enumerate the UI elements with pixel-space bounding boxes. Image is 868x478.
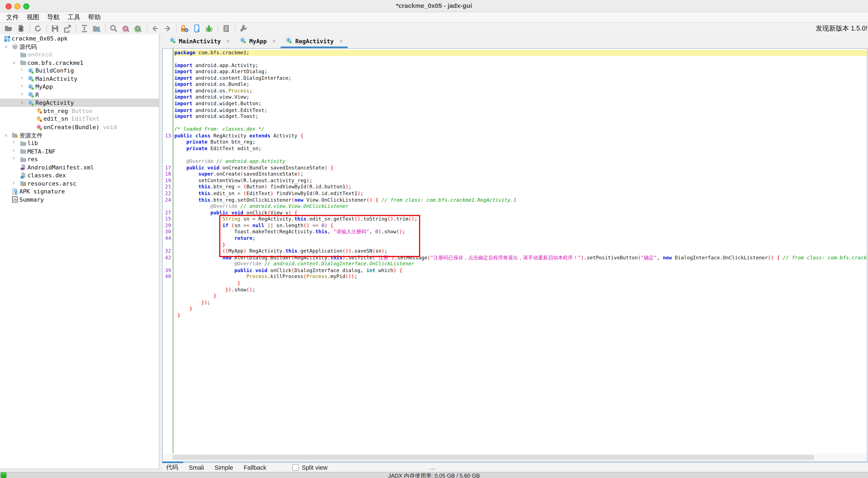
code-line-9[interactable]: import android.widget.Button; [163, 101, 867, 107]
tree-item-com.bfs.crackme1[interactable]: ∨com.bfs.crackme1 [0, 59, 159, 67]
code-line-5[interactable]: import android.content.DialogInterface; [163, 75, 867, 82]
tree-item-btn_reg[interactable]: fbtn_reg Button [0, 107, 159, 115]
code-line-42[interactable]: } [163, 312, 867, 319]
code-line-16[interactable]: private EditText edit_sn; [163, 146, 867, 152]
splitter-grip-icon[interactable] [430, 469, 431, 470]
code-line-13[interactable]: /* loaded from: classes.dex */ [163, 126, 867, 133]
code-line-4[interactable]: import android.app.AlertDialog; [163, 69, 867, 75]
code-line-8[interactable]: import android.view.View; [163, 94, 867, 101]
sync-with-editor-icon[interactable] [92, 24, 101, 33]
code-line-34[interactable]: @Override // android.content.DialogInter… [163, 261, 867, 267]
chevron-down-icon[interactable]: ∨ [12, 59, 16, 67]
menu-item-2[interactable]: 导航 [45, 13, 61, 21]
code-line-1[interactable]: package com.bfs.crackme1; [163, 50, 867, 56]
tree-item-MyApp[interactable]: ›cMyApp [0, 83, 159, 91]
minimize-window-icon[interactable] [14, 3, 21, 9]
back-icon[interactable] [151, 24, 160, 33]
close-icon[interactable]: × [339, 38, 343, 44]
menu-item-3[interactable]: 工具 [66, 13, 82, 21]
split-view-checkbox[interactable] [292, 464, 299, 471]
chevron-right-icon[interactable]: › [21, 90, 23, 98]
code-line-18[interactable]: @Override // android.app.Activity [163, 159, 867, 165]
reload-icon[interactable] [33, 24, 42, 33]
zoom-window-icon[interactable] [23, 3, 29, 9]
search-class-icon[interactable] [133, 24, 143, 33]
code-line-23[interactable]: 22 this.edit_sn = (EditText) findViewByI… [163, 191, 867, 197]
code-line-35[interactable]: 39 public void onClick(DialogInterface d… [163, 267, 867, 274]
code-line-21[interactable]: 19 setContentView(R.layout.activity_reg)… [163, 178, 867, 184]
code-line-38[interactable]: }).show(); [163, 287, 867, 293]
device-icon[interactable] [192, 24, 201, 33]
code-line-19[interactable]: 17 public void onCreate(Bundle savedInst… [163, 165, 867, 171]
chevron-right-icon[interactable]: › [12, 147, 15, 155]
code-line-15[interactable]: private Button btn_reg; [163, 139, 867, 146]
chevron-right-icon[interactable]: › [21, 74, 23, 82]
tree-item-RegActivity[interactable]: ∨cRegActivity [0, 99, 159, 107]
chevron-down-icon[interactable]: ∨ [4, 43, 8, 51]
save-all-icon[interactable] [51, 24, 59, 33]
tree-item-edit_sn[interactable]: fedit_sn EditText [0, 115, 159, 123]
code-editor[interactable]: package com.bfs.crackme1;import android.… [162, 48, 867, 462]
code-line-40[interactable]: }); [163, 300, 867, 306]
tree-item-resources.arsc[interactable]: ›resources.arsc [0, 179, 159, 187]
code-line-39[interactable]: } [163, 293, 867, 299]
code-line-3[interactable]: import android.app.Activity; [163, 62, 867, 69]
tree-item-AndroidManifest.xml[interactable]: MFAndroidManifest.xml [0, 163, 159, 171]
horizontal-scrollbar-thumb[interactable] [172, 455, 814, 460]
chevron-down-icon[interactable]: ∨ [4, 132, 8, 140]
tab-RegActivity[interactable]: cRegActivity× [281, 34, 348, 48]
code-line-12[interactable] [163, 120, 867, 126]
code-line-2[interactable] [163, 56, 867, 62]
tree-item-META-INF[interactable]: ›META-INF [0, 147, 159, 155]
preferences-icon[interactable] [239, 24, 248, 33]
tree-item-资源文件[interactable]: ∨资源文件 [0, 131, 159, 139]
tree-item-crackme_0x05.apk[interactable]: crackme_0x05.apk [0, 34, 159, 42]
code-line-11[interactable]: import android.widget.Toast; [163, 114, 867, 120]
code-line-14[interactable]: 13public class RegActivity extends Activ… [163, 133, 867, 139]
tree-item-onCreateBundle[interactable]: monCreate(Bundle) void [0, 123, 159, 131]
bottom-tab-Fallback[interactable]: Fallback [244, 464, 267, 471]
tab-MyApp[interactable]: cMyApp× [235, 34, 281, 48]
tree-item-classes.dex[interactable]: Jclasses.dex [0, 171, 159, 179]
tab-MainActivity[interactable]: cMainActivity× [164, 34, 235, 48]
flatten-packages-icon[interactable] [80, 24, 89, 33]
tree-item-BuildConfig[interactable]: ›cBuildConfig [0, 67, 159, 74]
tree-item-lib[interactable]: ›lib [0, 139, 159, 147]
menu-item-1[interactable]: 视图 [25, 13, 41, 21]
chevron-right-icon[interactable]: › [21, 82, 23, 90]
chevron-right-icon[interactable]: › [12, 155, 15, 163]
tree-item-Summary[interactable]: Summary [0, 196, 159, 204]
code-line-20[interactable]: 18 super.onCreate(savedInstanceState); [163, 171, 867, 178]
search-icon[interactable] [109, 24, 118, 33]
code-line-7[interactable]: import android.os.Process; [163, 88, 867, 94]
log-viewer-icon[interactable] [221, 24, 230, 33]
close-icon[interactable]: × [272, 38, 276, 44]
debug-icon[interactable] [204, 24, 213, 33]
close-icon[interactable]: × [226, 38, 230, 44]
bottom-tab-Simple[interactable]: Simple [214, 464, 233, 471]
code-line-37[interactable]: } [163, 280, 867, 287]
code-line-25[interactable]: @Override // android.view.View.OnClickLi… [163, 203, 867, 210]
chevron-right-icon[interactable]: › [12, 179, 15, 187]
horizontal-scrollbar[interactable] [163, 453, 867, 461]
code-area[interactable]: package com.bfs.crackme1;import android.… [163, 49, 867, 454]
chevron-right-icon[interactable]: › [21, 66, 23, 74]
tree-item-MainActivity[interactable]: ›cMainActivity [0, 74, 159, 83]
tree-item-R[interactable]: ›cR [0, 91, 159, 99]
chevron-down-icon[interactable]: ∨ [21, 99, 24, 108]
code-line-24[interactable]: 24 this.btn_reg.setOnClickListener(new V… [163, 197, 867, 203]
update-notice-link[interactable]: 发现新版本 1.5.0! [816, 23, 868, 34]
open-file-icon[interactable] [4, 24, 13, 33]
tree-item-APKsignature[interactable]: APK signature [0, 187, 159, 196]
bottom-tab-Smali[interactable]: Smali [189, 464, 204, 471]
code-line-41[interactable]: } [163, 306, 867, 312]
close-window-icon[interactable] [5, 3, 12, 9]
code-line-17[interactable] [163, 152, 867, 158]
tree-item-源代码[interactable]: ∨源代码 [0, 42, 159, 51]
forward-icon[interactable] [163, 24, 172, 33]
add-files-icon[interactable] [16, 24, 25, 33]
code-line-10[interactable]: import android.widget.EditText; [163, 107, 867, 114]
code-line-36[interactable]: 40 Process.killProcess(Process.myPid()); [163, 274, 867, 280]
code-line-22[interactable]: 21 this.btn_reg = (Button) findViewById(… [163, 184, 867, 191]
tree-item-android[interactable]: android [0, 51, 159, 59]
